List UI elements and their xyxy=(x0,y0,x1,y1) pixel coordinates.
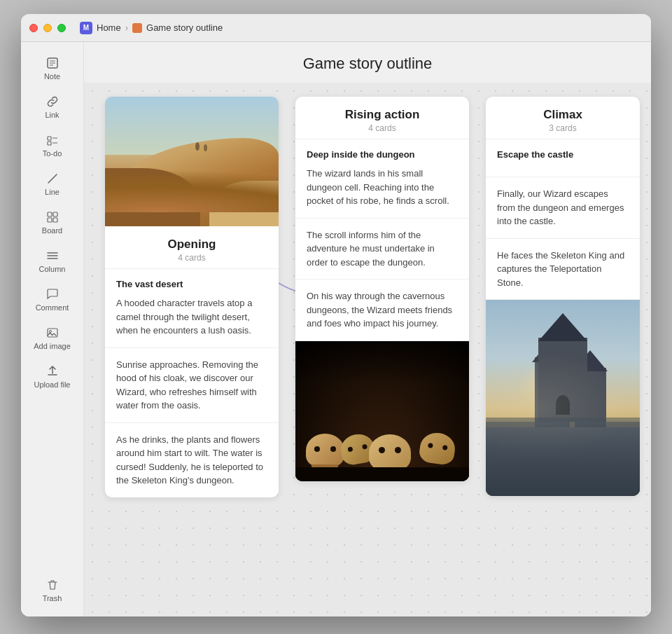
add-image-icon xyxy=(46,326,59,340)
climax-column: Climax 3 cards Escape the castle Finally… xyxy=(486,97,640,496)
minimize-button[interactable] xyxy=(43,24,52,32)
sidebar-comment-label: Comment xyxy=(36,303,69,312)
note-icon xyxy=(46,56,59,70)
sidebar-item-trash[interactable]: Trash xyxy=(26,572,79,608)
climax-header: Climax 3 cards xyxy=(486,97,640,139)
opening-column: Opening 4 cards The vast desert A hooded… xyxy=(105,97,279,497)
castle-image xyxy=(486,300,640,496)
breadcrumb-page[interactable]: Game story outline xyxy=(146,22,223,33)
figure1 xyxy=(195,142,200,151)
sidebar-trash-label: Trash xyxy=(43,594,62,602)
canvas-area[interactable]: Opening 4 cards The vast desert A hooded… xyxy=(84,83,651,616)
page-icon xyxy=(132,23,142,33)
svg-rect-6 xyxy=(48,142,51,145)
rising-para-1: The wizard lands in his small dungeon ce… xyxy=(307,167,458,208)
sidebar: Note Link xyxy=(21,42,84,616)
climax-card-section-3: He faces the Skeleton King and captures … xyxy=(486,239,640,301)
opening-para-1: A hooded character travels atop a camel … xyxy=(116,296,267,338)
sidebar-add-image-label: Add image xyxy=(34,342,71,350)
sidebar-line-label: Line xyxy=(45,188,59,196)
opening-card-section: The vast desert A hooded character trave… xyxy=(105,269,279,348)
svg-point-17 xyxy=(49,331,51,333)
climax-card-title: Escape the castle xyxy=(497,149,629,160)
svg-rect-4 xyxy=(48,137,51,140)
svg-line-8 xyxy=(48,174,57,183)
climax-card-section: Escape the castle xyxy=(486,139,640,177)
right-dune xyxy=(209,181,279,226)
opening-para-2: Sunrise approaches. Removing the hood of… xyxy=(116,358,267,413)
sidebar-item-upload[interactable]: Upload file xyxy=(26,359,79,394)
breadcrumb-separator: › xyxy=(125,22,128,33)
svg-rect-10 xyxy=(53,212,57,216)
link-icon xyxy=(46,95,59,109)
opening-card-title: The vast desert xyxy=(116,279,267,289)
svg-rect-9 xyxy=(48,212,52,216)
rising-column: Rising action 4 cards Deep inside the du… xyxy=(295,97,469,481)
comment-icon xyxy=(46,287,59,301)
cards-container: Opening 4 cards The vast desert A hooded… xyxy=(105,97,630,587)
skull-3 xyxy=(369,434,411,471)
opening-card-section-3: As he drinks, the plants and flowers aro… xyxy=(105,423,279,497)
close-button[interactable] xyxy=(29,24,38,32)
sidebar-todo-label: To-do xyxy=(43,149,62,158)
mist xyxy=(486,300,640,496)
rising-title: Rising action xyxy=(309,108,455,122)
climax-para-1: Finally, our Wizard escapes from the dun… xyxy=(497,187,629,228)
sidebar-item-add-image[interactable]: Add image xyxy=(26,320,79,356)
dungeon-floor xyxy=(295,467,469,481)
opening-count: 4 cards xyxy=(119,253,265,263)
line-icon xyxy=(46,172,59,186)
rising-header: Rising action 4 cards xyxy=(295,97,469,139)
climax-para-2: He faces the Skeleton King and captures … xyxy=(497,249,629,290)
rising-card-section-3: On his way through the cavernous dungeon… xyxy=(295,280,469,341)
svg-rect-12 xyxy=(53,218,57,222)
dungeon-top-shadow xyxy=(295,341,469,383)
breadcrumb: M Home › Game story outline xyxy=(80,22,223,34)
desert-image xyxy=(105,97,279,226)
maximize-button[interactable] xyxy=(57,24,66,32)
sidebar-item-comment[interactable]: Comment xyxy=(26,282,79,317)
browser-window: M Home › Game story outline Note xyxy=(21,14,651,616)
main-area: Game story outline xyxy=(84,42,651,616)
climax-title: Climax xyxy=(500,108,626,122)
rising-card-section-2: The scroll informs him of the adventure … xyxy=(295,219,469,280)
page-title: Game story outline xyxy=(84,42,651,83)
sidebar-note-label: Note xyxy=(44,72,60,81)
sidebar-link-label: Link xyxy=(45,111,59,119)
upload-icon xyxy=(46,364,59,378)
sidebar-item-board[interactable]: Board xyxy=(26,205,79,240)
opening-card-section-2: Sunrise approaches. Removing the hood of… xyxy=(105,348,279,423)
rising-para-2: The scroll informs him of the adventure … xyxy=(307,228,458,270)
climax-count: 3 cards xyxy=(500,123,626,133)
sidebar-item-todo[interactable]: To-do xyxy=(26,128,79,163)
shadow-dune xyxy=(105,168,200,226)
todo-icon xyxy=(46,133,59,147)
rising-card-section: Deep inside the dungeon The wizard lands… xyxy=(295,139,469,219)
browser-content: Note Link xyxy=(21,42,651,616)
app-icon: M xyxy=(80,22,92,34)
browser-titlebar: M Home › Game story outline xyxy=(21,14,651,42)
opening-title: Opening xyxy=(119,237,265,251)
water xyxy=(486,422,640,496)
rising-para-3: On his way through the cavernous dungeon… xyxy=(307,289,458,331)
opening-header: Opening 4 cards xyxy=(105,226,279,269)
climax-card-section-2: Finally, our Wizard escapes from the dun… xyxy=(486,177,640,239)
sidebar-item-column[interactable]: Column xyxy=(26,243,79,279)
breadcrumb-home[interactable]: Home xyxy=(97,22,121,33)
rising-count: 4 cards xyxy=(309,123,455,133)
rising-card-title: Deep inside the dungeon xyxy=(307,149,458,160)
column-icon xyxy=(46,249,59,263)
svg-rect-11 xyxy=(48,218,52,222)
board-icon xyxy=(46,210,59,224)
sidebar-upload-label: Upload file xyxy=(34,380,71,389)
trash-icon xyxy=(46,578,59,592)
skull-1 xyxy=(306,434,344,467)
sidebar-item-line[interactable]: Line xyxy=(26,166,79,202)
skulls-image xyxy=(295,341,469,481)
sidebar-board-label: Board xyxy=(42,226,62,235)
sidebar-item-note[interactable]: Note xyxy=(26,50,79,86)
sidebar-column-label: Column xyxy=(39,265,66,273)
sidebar-item-link[interactable]: Link xyxy=(26,89,79,125)
opening-para-3: As he drinks, the plants and flowers aro… xyxy=(116,433,267,488)
